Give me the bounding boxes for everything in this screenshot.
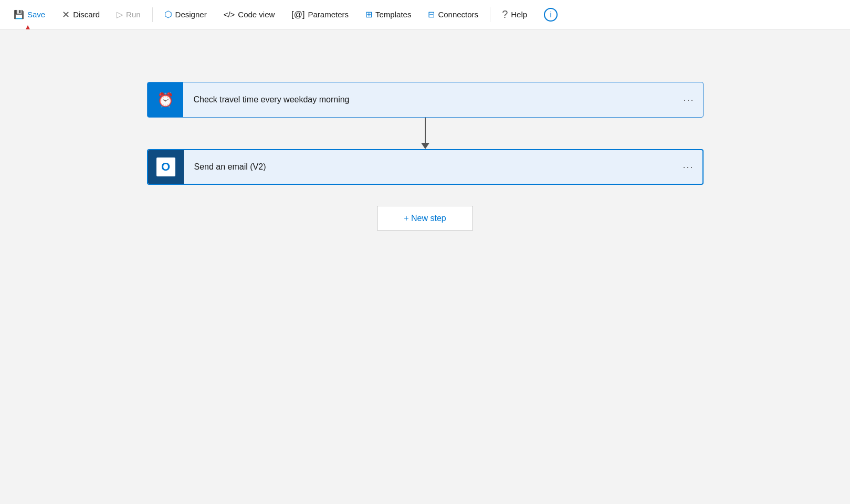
help-label: Help — [511, 10, 527, 19]
save-label: Save — [27, 10, 45, 19]
help-icon: ? — [502, 8, 508, 20]
parameters-icon: [@] — [291, 10, 305, 19]
arrow-connector — [421, 118, 429, 149]
action-step[interactable]: O Send an email (V2) ··· — [147, 149, 704, 185]
connectors-label: Connectors — [438, 10, 478, 19]
trigger-icon-box: ⏰ — [148, 82, 183, 117]
connectors-button[interactable]: ⊟ Connectors — [421, 5, 486, 24]
codeview-icon: </> — [224, 10, 235, 19]
trigger-more-button[interactable]: ··· — [675, 94, 702, 106]
action-more-button[interactable]: ··· — [674, 162, 702, 173]
toolbar-divider-2 — [490, 7, 490, 22]
save-button[interactable]: 💾 Save — [6, 5, 53, 24]
arrow-head — [421, 143, 429, 149]
templates-icon: ⊞ — [365, 9, 372, 19]
parameters-button[interactable]: [@] Parameters — [284, 6, 356, 24]
flow-container: ⏰ Check travel time every weekday mornin… — [147, 82, 704, 231]
toolbar: 💾 Save ✕ Discard ▷ Run ⬡ Designer </> Co… — [0, 0, 850, 29]
canvas: ⏰ Check travel time every weekday mornin… — [0, 29, 850, 504]
clock-icon: ⏰ — [157, 92, 174, 108]
connectors-icon: ⊟ — [428, 9, 435, 19]
templates-button[interactable]: ⊞ Templates — [358, 5, 418, 24]
action-title: Send an email (V2) — [184, 162, 675, 172]
info-button[interactable]: i — [537, 4, 565, 26]
help-button[interactable]: ? Help — [495, 4, 534, 25]
trigger-title: Check travel time every weekday morning — [183, 95, 675, 104]
run-label: Run — [126, 10, 141, 19]
new-step-button[interactable]: + New step — [377, 206, 473, 231]
designer-label: Designer — [175, 10, 207, 19]
arrow-line — [425, 118, 426, 143]
codeview-label: Code view — [238, 10, 275, 19]
parameters-label: Parameters — [308, 10, 349, 19]
designer-icon: ⬡ — [164, 9, 172, 20]
codeview-button[interactable]: </> Code view — [216, 6, 282, 23]
designer-button[interactable]: ⬡ Designer — [157, 5, 214, 24]
templates-label: Templates — [375, 10, 411, 19]
run-icon: ▷ — [117, 9, 123, 19]
discard-icon: ✕ — [62, 9, 70, 20]
discard-label: Discard — [73, 10, 100, 19]
run-button[interactable]: ▷ Run — [109, 5, 148, 24]
action-icon-box: O — [148, 150, 184, 184]
info-icon: i — [544, 8, 558, 22]
trigger-step[interactable]: ⏰ Check travel time every weekday mornin… — [147, 82, 704, 118]
toolbar-divider-1 — [152, 7, 153, 22]
outlook-icon: O — [156, 158, 175, 176]
new-step-label: + New step — [404, 214, 446, 223]
discard-button[interactable]: ✕ Discard — [55, 5, 107, 25]
outlook-letter: O — [161, 160, 170, 174]
save-icon: 💾 — [14, 9, 24, 19]
